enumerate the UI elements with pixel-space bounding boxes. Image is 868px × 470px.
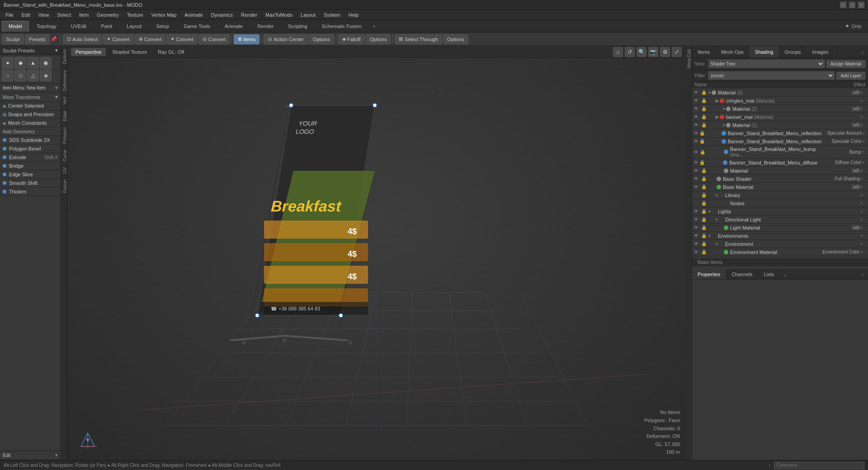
st-material-root[interactable]: 👁 🔒 ▾ Material (3) (all) ▾ xyxy=(692,89,868,97)
menu-select[interactable]: Select xyxy=(53,11,75,19)
auto-select-button[interactable]: ⊡ Auto Select xyxy=(63,34,102,44)
select-through-button[interactable]: ⊠ Select Through xyxy=(395,34,442,44)
sculpt-presets-header[interactable]: Sculpt Presets ▾ xyxy=(0,46,61,55)
options2-button[interactable]: Options xyxy=(366,34,391,44)
tab-topology[interactable]: Topology xyxy=(30,21,63,32)
menu-layout[interactable]: Layout xyxy=(297,11,319,19)
vp-tool-camera[interactable]: 📷 xyxy=(648,47,658,57)
st-base-shader[interactable]: 👁 🔒 Base Shader Full Shading ▾ xyxy=(692,175,868,183)
vtab-fusion[interactable]: Fusion xyxy=(61,176,67,196)
st-environment[interactable]: 👁 🔒 ▾ Environment ▾ xyxy=(692,240,868,248)
rp-tab-images[interactable]: Images xyxy=(807,46,835,57)
convert-btn-3[interactable]: ✦ Convert xyxy=(166,34,198,44)
st-directional-light[interactable]: 👁 🔒 ▾ Directional Light ▾ xyxy=(692,216,868,224)
vtab-meta-edit[interactable]: Meta Edit xyxy=(685,46,692,71)
icon-btn-4[interactable]: ◉ xyxy=(40,57,52,69)
viewport[interactable]: Perspective Shaded Texture Ray GL: Off ⌂… xyxy=(67,46,685,460)
vp-tool-home[interactable]: ⌂ xyxy=(613,47,623,57)
items-button[interactable]: ⊞ Items xyxy=(234,34,259,44)
tab-scripting[interactable]: Scripting xyxy=(281,21,314,32)
options1-button[interactable]: Options xyxy=(309,34,334,44)
edge-slice-btn[interactable]: Edge Slice xyxy=(0,170,61,179)
icon-btn-7[interactable]: △ xyxy=(27,70,39,81)
vtab-polygon[interactable]: Polygon xyxy=(61,124,67,146)
vp-tool-search[interactable]: 🔍 xyxy=(637,47,646,57)
menu-maxtomodo[interactable]: MaxToModo xyxy=(262,11,296,19)
tab-uvedit[interactable]: UVEdit xyxy=(64,21,93,32)
thicken-btn[interactable]: Thicken xyxy=(0,188,61,196)
vtab-edge[interactable]: Edge xyxy=(61,108,67,124)
shader-tree-view-select[interactable]: Shader Tree xyxy=(708,60,825,68)
st-base-material[interactable]: 👁 🔒 Base Material (all) ▾ xyxy=(692,183,868,191)
shader-tree[interactable]: 👁 🔒 ▾ Material (3) (all) ▾ 👁 🔒 ▶ cringle… xyxy=(692,89,868,269)
prop-expand-btn[interactable]: ⤢ xyxy=(857,271,868,279)
vtab-vert[interactable]: Vert xyxy=(61,94,67,108)
vtab-uv[interactable]: UV xyxy=(61,164,67,176)
maximize-button[interactable]: □ xyxy=(849,2,855,8)
st-material-plain[interactable]: 👁 🔒 Material (all) ▾ xyxy=(692,167,868,175)
presets-button[interactable]: Presets xyxy=(25,34,50,44)
st-bake-items[interactable]: Bake Items xyxy=(692,258,868,266)
vp-tab-raygl[interactable]: Ray GL: Off xyxy=(153,48,189,56)
st-banner-diffuse[interactable]: 👁 🔒 Banner_Stand_Breakfast_Menu_diffuse … xyxy=(692,159,868,167)
tab-add[interactable]: + xyxy=(369,22,379,31)
center-selected-btn[interactable]: ◈ Center Selected xyxy=(0,102,61,110)
options3-button[interactable]: Options xyxy=(443,34,468,44)
st-banner-reflection-1[interactable]: 👁 🔒 Banner_Stand_Breakfast_Menu_reflecti… xyxy=(692,129,868,137)
rp-tab-items[interactable]: Items xyxy=(692,46,716,57)
menu-edit[interactable]: Edit xyxy=(18,11,34,19)
st-nodes[interactable]: 👁 🔒 Nodes ▾ xyxy=(692,199,868,207)
vp-tab-shaded[interactable]: Shaded Texture xyxy=(108,48,151,56)
icon-btn-2[interactable]: ◆ xyxy=(14,57,26,69)
tab-layout[interactable]: Layout xyxy=(120,21,148,32)
menu-system[interactable]: System xyxy=(320,11,344,19)
icon-btn-6[interactable]: ◇ xyxy=(14,70,26,81)
menu-render[interactable]: Render xyxy=(237,11,261,19)
vp-tool-refresh[interactable]: ↺ xyxy=(625,47,635,57)
menu-help[interactable]: Help xyxy=(345,11,363,19)
sculpt-button[interactable]: Sculpt xyxy=(2,34,24,44)
st-library[interactable]: 👁 🔒 ▾ Library ▾ xyxy=(692,191,868,199)
menu-texture[interactable]: Texture xyxy=(123,11,147,19)
menu-view[interactable]: View xyxy=(35,11,53,19)
menu-item[interactable]: Item xyxy=(75,11,92,19)
icon-btn-8[interactable]: ◈ xyxy=(40,70,52,81)
icon-btn-1[interactable]: ● xyxy=(2,57,14,69)
menu-geometry[interactable]: Geometry xyxy=(93,11,122,19)
vtab-deform[interactable]: Deform xyxy=(61,46,67,67)
more-transforms[interactable]: More Transforms ▾ xyxy=(0,93,61,102)
tab-render[interactable]: Render xyxy=(250,21,280,32)
assign-material-btn[interactable]: Assign Material xyxy=(826,60,865,68)
convert-btn-4[interactable]: ◎ Convert xyxy=(198,34,230,44)
add-layer-btn[interactable]: Add Layer xyxy=(836,72,865,80)
menu-animate[interactable]: Animate xyxy=(181,11,206,19)
item-menu-dropdown[interactable]: Item Menu: New Item ▾ xyxy=(0,84,61,93)
falloff-button[interactable]: ◈ Falloff xyxy=(338,34,365,44)
convert-btn-2[interactable]: ⊕ Convert xyxy=(135,34,166,44)
vp-tool-settings[interactable]: ⚙ xyxy=(660,47,670,57)
tab-schematic[interactable]: Schematic Fusion xyxy=(315,21,368,32)
rp-tab-mesh-ops[interactable]: Mesh Ops xyxy=(716,46,750,57)
st-material-2b[interactable]: 👁 🔒 ▾ Material (2) (all) ▾ xyxy=(692,121,868,129)
vp-tab-perspective[interactable]: Perspective xyxy=(71,48,106,56)
action-center-button[interactable]: ◎ Action Center xyxy=(264,34,308,44)
scene-canvas[interactable]: YOUR LOGO Breakfast 4$ 4$ 4$ ☎ +38 089 3… xyxy=(67,58,685,460)
tab-animate[interactable]: Animate xyxy=(218,21,250,32)
command-input[interactable] xyxy=(774,462,864,469)
st-banner-mat[interactable]: 👁 🔒 ▶ banner_mat (Material) ▾ xyxy=(692,113,868,121)
prop-tab-lists[interactable]: Lists xyxy=(759,269,780,279)
st-banner-bump[interactable]: 👁 🔒 Banner_Stand_Breakfast_Menu_bump (Im… xyxy=(692,146,868,159)
st-environments[interactable]: 👁 🔒 ▾ Environments ▾ xyxy=(692,232,868,240)
icon-btn-3[interactable]: ▲ xyxy=(27,57,39,69)
menu-dynamics[interactable]: Dynamics xyxy=(208,11,236,19)
st-environment-material[interactable]: 👁 🔒 Environment Material Environment Col… xyxy=(692,248,868,256)
st-cringles-mat[interactable]: 👁 🔒 ▶ cringles_mat (Material) ▾ xyxy=(692,97,868,105)
vp-tool-expand[interactable]: ⤢ xyxy=(672,47,682,57)
rp-tab-shading[interactable]: Shading xyxy=(750,46,779,57)
prop-tab-channels[interactable]: Channels xyxy=(726,269,758,279)
convert-btn-1[interactable]: ✦ Convert xyxy=(103,34,134,44)
rp-tab-groups[interactable]: Groups xyxy=(779,46,807,57)
st-lights[interactable]: 👁 🔒 ▾ Lights ▾ xyxy=(692,207,868,216)
presets-pin[interactable]: 📌 xyxy=(51,36,57,42)
st-material-2[interactable]: 👁 🔒 ▾ Material (2) (all) ▾ xyxy=(692,105,868,113)
